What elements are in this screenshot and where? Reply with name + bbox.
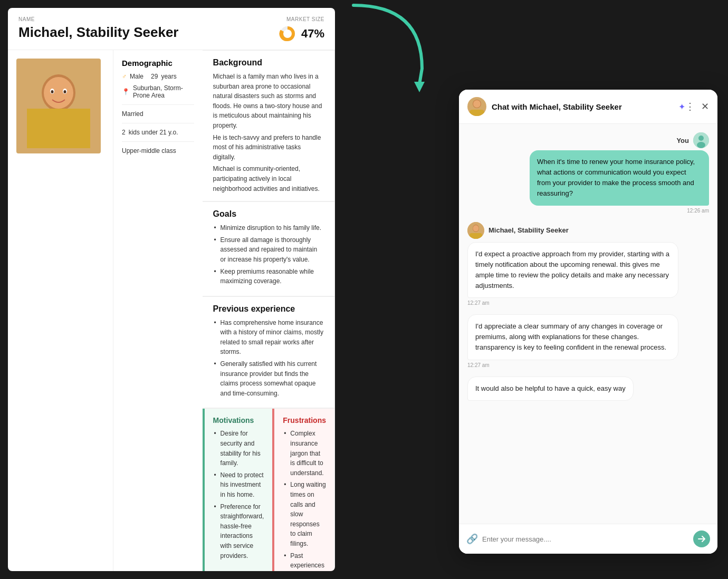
prev-experience-section: Previous experience Has comprehensive ho… [203, 296, 335, 409]
background-text1: Michael is a family man who lives in a s… [213, 72, 324, 131]
chat-close-button[interactable]: ✕ [701, 101, 709, 112]
market-size-section: MARKET SIZE 47% [278, 16, 324, 43]
svg-marker-10 [414, 82, 425, 92]
msg-michael-time-2: 12:27 am [467, 362, 490, 368]
svg-point-1 [283, 30, 292, 38]
prev-experience-list: Has comprehensive home insurance with a … [213, 318, 324, 399]
chat-input-bar: 🔗 [459, 524, 717, 554]
frustration-item: Complex insurance jargon that is difficu… [283, 429, 326, 478]
motivations-section: Motivations Desire for security and stab… [203, 409, 273, 571]
chat-header-avatar [467, 97, 486, 116]
goal-item: Minimize disruption to his family life. [213, 223, 324, 233]
background-title: Background [213, 58, 324, 67]
chat-panel: Chat with Michael, Stability Seeker ✦ ⋮ … [459, 90, 717, 554]
spark-icon: ✦ [678, 102, 685, 112]
name-label: NAME [18, 16, 178, 22]
demo-kids-num: 2 [122, 129, 126, 136]
demo-gender-age: ♂ Male 29 years [122, 73, 194, 80]
svg-point-6 [51, 90, 54, 93]
motiv-item: Need to protect his investment in his ho… [213, 470, 264, 500]
market-size-chart [278, 24, 297, 43]
demo-location-text: Suburban, Storm-Prone Area [133, 84, 194, 99]
demo-gender: Male [130, 73, 143, 80]
svg-point-15 [698, 136, 704, 141]
demo-status-text: Married [122, 110, 143, 118]
demo-status: Married [122, 110, 194, 118]
message-you: You When it's time to renew your home in… [467, 132, 709, 214]
msg-you-time: 12:26 am [687, 208, 709, 214]
msg-michael-avatar-1 [467, 222, 484, 239]
svg-rect-13 [470, 110, 484, 116]
message-michael-2: I'd appreciate a clear summary of any ch… [467, 314, 709, 368]
demo-divider2 [122, 123, 194, 123]
svg-point-3 [44, 77, 73, 109]
frustrations-section: Frustrations Complex insurance jargon th… [272, 409, 335, 571]
msg-you-bubble: When it's time to renew your home insura… [530, 150, 709, 206]
frustrations-list: Complex insurance jargon that is difficu… [283, 429, 326, 571]
goal-item: Keep premiums reasonable while maximizin… [213, 267, 324, 286]
persona-photo [16, 59, 101, 153]
msg-michael-name-1: Michael, Stability Seeker [488, 226, 569, 234]
arrow-decoration [327, 0, 433, 105]
msg-you-avatar [693, 132, 709, 148]
goals-list: Minimize disruption to his family life. … [213, 223, 324, 286]
msg-you-header: You [676, 132, 709, 148]
motivations-title: Motivations [213, 416, 264, 424]
location-icon: 📍 [122, 88, 130, 95]
goals-title: Goals [213, 209, 324, 219]
chat-input[interactable] [482, 535, 689, 543]
prev-experience-title: Previous experience [213, 304, 324, 314]
frustration-item: Long waiting times on calls and slow res… [283, 480, 326, 548]
svg-point-16 [697, 142, 705, 148]
background-section: Background Michael is a family man who l… [203, 50, 335, 201]
motiv-item: Preference for straightforward, hassle-f… [213, 502, 264, 561]
demo-divider3 [122, 141, 194, 142]
persona-name: Michael, Stability Seeker [18, 24, 178, 41]
photo-section [8, 50, 113, 571]
chat-header: Chat with Michael, Stability Seeker ✦ ⋮ … [459, 90, 717, 124]
demo-location: 📍 Suburban, Storm-Prone Area [122, 84, 194, 99]
motiv-item: Desire for security and stability for hi… [213, 429, 264, 468]
send-button[interactable] [693, 530, 710, 547]
goals-section: Goals Minimize disruption to his family … [203, 201, 335, 296]
msg-michael-header-1: Michael, Stability Seeker [467, 222, 569, 239]
top-row: Demographic ♂ Male 29 years 📍 Suburban, … [8, 50, 335, 571]
background-text2: He is tech-savvy and prefers to handle m… [213, 133, 324, 162]
message-michael-1: Michael, Stability Seeker I'd expect a p… [467, 222, 709, 306]
demo-class-text: Upper-middle class [122, 147, 176, 155]
motiv-frustration-row: Motivations Desire for security and stab… [203, 408, 335, 571]
attach-button[interactable]: 🔗 [466, 533, 478, 545]
frustration-item: Past experiences of having to chase adju… [283, 551, 326, 571]
market-size-percent: 47% [301, 27, 324, 41]
demo-class: Upper-middle class [122, 147, 194, 155]
gender-icon: ♂ [122, 73, 127, 80]
svg-point-7 [64, 90, 66, 93]
demo-kids: 2 kids under 21 y.o. [122, 129, 194, 136]
chat-body: You When it's time to renew your home in… [459, 124, 717, 524]
market-size-label: MARKET SIZE [278, 16, 324, 22]
persona-card: NAME Michael, Stability Seeker MARKET SI… [8, 8, 335, 571]
svg-rect-9 [27, 109, 90, 148]
message-michael-3: It would also be helpful to have a quick… [467, 377, 709, 401]
demo-kids-label: kids under 21 y.o. [129, 129, 178, 136]
msg-michael-bubble-2: I'd appreciate a clear summary of any ch… [467, 314, 678, 360]
demographic-title: Demographic [122, 59, 194, 67]
demo-divider1 [122, 104, 194, 105]
msg-michael-bubble-1: I'd expect a proactive approach from my … [467, 242, 678, 298]
demo-age: 29 [151, 73, 158, 80]
demo-age-unit: years [161, 73, 176, 80]
prev-exp-item: Has comprehensive home insurance with a … [213, 318, 324, 357]
background-text3: Michael is community-oriented, participa… [213, 164, 324, 194]
svg-point-19 [473, 225, 479, 231]
msg-michael-time-1: 12:27 am [467, 300, 490, 306]
demographic-section: Demographic ♂ Male 29 years 📍 Suburban, … [113, 50, 203, 571]
svg-rect-20 [470, 233, 482, 239]
msg-michael-bubble-3: It would also be helpful to have a quick… [467, 377, 634, 401]
persona-header: NAME Michael, Stability Seeker MARKET SI… [8, 8, 335, 50]
msg-you-label: You [676, 137, 689, 144]
prev-exp-item: Generally satisfied with his current ins… [213, 359, 324, 398]
chat-more-button[interactable]: ⋮ [685, 101, 695, 112]
svg-point-12 [473, 100, 481, 108]
content-sections: Background Michael is a family man who l… [203, 50, 335, 571]
chat-title: Chat with Michael, Stability Seeker [492, 102, 676, 111]
